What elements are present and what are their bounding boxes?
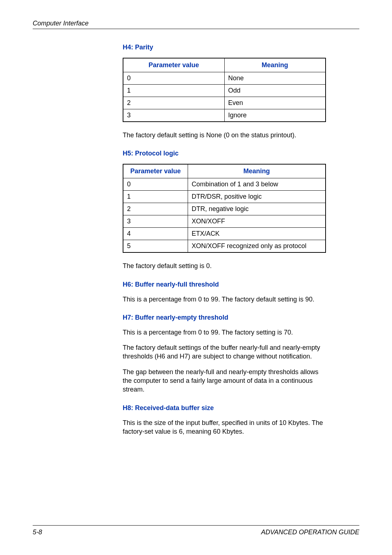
h5-note: The factory default setting is 0.	[123, 262, 326, 270]
cell-meaning: DTR/DSR, positive logic	[188, 191, 326, 203]
cell-meaning: DTR, negative logic	[188, 203, 326, 215]
heading-h5: H5: Protocol logic	[123, 150, 326, 157]
h8-note: This is the size of the input buffer, sp…	[123, 418, 326, 436]
col-meaning: Meaning	[188, 164, 326, 178]
cell-meaning: XON/XOFF	[188, 215, 326, 228]
cell-meaning: ETX/ACK	[188, 228, 326, 240]
col-param: Parameter value	[123, 164, 188, 178]
table-row: 2 Even	[123, 97, 326, 109]
heading-h8: H8: Received-data buffer size	[123, 404, 326, 412]
cell-param: 0	[123, 178, 188, 191]
page-header: Computer Interface	[33, 20, 359, 29]
table-row: 2 DTR, negative logic	[123, 203, 326, 215]
table-row: 4 ETX/ACK	[123, 228, 326, 240]
page: Computer Interface H4: Parity Parameter …	[0, 0, 392, 555]
col-param: Parameter value	[123, 58, 224, 72]
cell-meaning: Ignore	[224, 109, 326, 122]
cell-param: 3	[123, 109, 224, 122]
h4-note: The factory default setting is None (0 o…	[123, 131, 326, 139]
heading-h6: H6: Buffer nearly-full threshold	[123, 281, 326, 288]
table-header-row: Parameter value Meaning	[123, 58, 326, 72]
heading-h7: H7: Buffer nearly-empty threshold	[123, 314, 326, 321]
cell-param: 1	[123, 85, 224, 97]
cell-param: 3	[123, 215, 188, 228]
guide-title: ADVANCED OPERATION GUIDE	[261, 528, 359, 536]
page-number: 5-8	[33, 528, 42, 536]
heading-h4: H4: Parity	[123, 44, 326, 51]
table-row: 0 None	[123, 72, 326, 85]
page-content: H4: Parity Parameter value Meaning 0 Non…	[123, 44, 326, 436]
cell-meaning: Odd	[224, 85, 326, 97]
table-row: 3 XON/XOFF	[123, 215, 326, 228]
table-row: 3 Ignore	[123, 109, 326, 122]
table-row: 1 Odd	[123, 85, 326, 97]
table-row: 0 Combination of 1 and 3 below	[123, 178, 326, 191]
table-header-row: Parameter value Meaning	[123, 164, 326, 178]
cell-param: 0	[123, 72, 224, 85]
cell-meaning: None	[224, 72, 326, 85]
cell-param: 1	[123, 191, 188, 203]
h7-note3: The gap between the nearly-full and near…	[123, 368, 326, 394]
protocol-table: Parameter value Meaning 0 Combination of…	[123, 164, 326, 253]
h7-note1: This is a percentage from 0 to 99. The f…	[123, 328, 326, 337]
h6-note: This is a percentage from 0 to 99. The f…	[123, 295, 326, 304]
col-meaning: Meaning	[224, 58, 326, 72]
h7-note2: The factory default settings of the buff…	[123, 343, 326, 361]
cell-meaning: XON/XOFF recognized only as protocol	[188, 240, 326, 253]
cell-param: 5	[123, 240, 188, 253]
table-row: 1 DTR/DSR, positive logic	[123, 191, 326, 203]
table-row: 5 XON/XOFF recognized only as protocol	[123, 240, 326, 253]
cell-param: 2	[123, 203, 188, 215]
cell-param: 4	[123, 228, 188, 240]
cell-meaning: Combination of 1 and 3 below	[188, 178, 326, 191]
parity-table: Parameter value Meaning 0 None 1 Odd 2 E…	[123, 58, 326, 122]
page-footer: 5-8 ADVANCED OPERATION GUIDE	[33, 525, 359, 536]
cell-meaning: Even	[224, 97, 326, 109]
section-title: Computer Interface	[33, 20, 89, 27]
cell-param: 2	[123, 97, 224, 109]
